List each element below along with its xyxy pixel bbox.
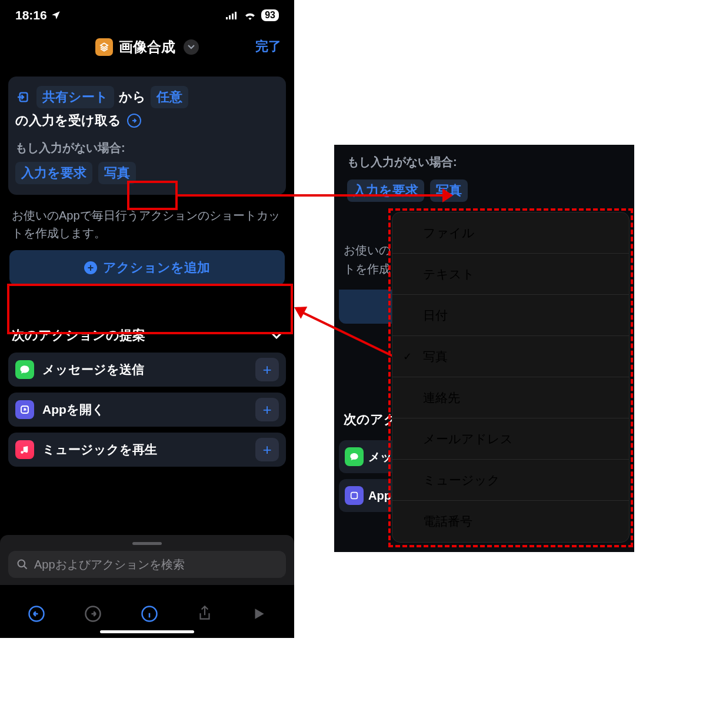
location-icon: [51, 10, 61, 21]
bottom-toolbar: [0, 605, 294, 623]
label-from: から: [119, 88, 146, 106]
bg-suggest-header: 次のアク: [344, 410, 397, 429]
bg-app-label: App: [368, 489, 391, 503]
fallback-label: もし入力がない場合:: [15, 140, 279, 156]
cellular-icon: [226, 11, 239, 19]
svg-line-11: [297, 310, 399, 359]
svg-rect-10: [351, 493, 358, 499]
hint-text: お使いのAppで毎日行うアクションのショートカットを作成します。: [12, 207, 282, 242]
wifi-icon: [244, 11, 257, 20]
type-dropdown-menu: ファイル テキスト 日付 ✓写真 連絡先 メールアドレス ミュージック 電話番号: [392, 212, 630, 543]
suggestion-label: メッセージを送信: [42, 361, 255, 378]
photo-token[interactable]: 写真: [98, 162, 136, 184]
phone-screen: 18:16 93 画像合成 完了: [0, 0, 294, 638]
suggestion-add-button[interactable]: +: [255, 438, 279, 461]
status-bar: 18:16 93: [0, 0, 294, 22]
search-icon: [16, 559, 28, 570]
search-input[interactable]: Appおよびアクションを検索: [8, 551, 286, 578]
svg-rect-0: [226, 17, 228, 19]
menu-item-phone[interactable]: 電話番号: [392, 501, 629, 542]
annotation-arrow: [178, 194, 442, 197]
status-time: 18:16: [15, 8, 47, 22]
suggestions-header[interactable]: 次のアクションの提案: [12, 327, 282, 344]
input-arrow-icon: [18, 91, 31, 104]
annotation-arrowhead: [442, 188, 453, 202]
svg-rect-3: [235, 12, 237, 19]
shortcut-app-icon: [95, 38, 113, 56]
nav-bar: 画像合成 完了: [0, 22, 294, 65]
svg-marker-12: [292, 305, 307, 320]
suggestion-row[interactable]: ミュージックを再生 +: [8, 433, 286, 467]
suggestion-label: Appを開く: [42, 401, 255, 418]
menu-item-date[interactable]: 日付: [392, 295, 629, 336]
info-button[interactable]: [141, 605, 158, 623]
messages-app-icon: [345, 447, 364, 466]
fallback-label: もし入力がない場合:: [347, 154, 634, 170]
add-action-button[interactable]: + アクションを追加: [9, 250, 285, 285]
any-token[interactable]: 任意: [151, 86, 188, 108]
svg-rect-2: [232, 14, 234, 19]
suggestions-title: 次のアクションの提案: [12, 327, 145, 344]
plus-circle-icon: +: [84, 261, 97, 274]
request-input-token[interactable]: 入力を要求: [347, 179, 424, 202]
music-app-icon: [15, 440, 34, 459]
done-button[interactable]: 完了: [255, 38, 281, 55]
bg-msg-label: メッ: [368, 449, 392, 465]
search-sheet[interactable]: Appおよびアクションを検索: [0, 535, 294, 585]
bg-app-row: App: [339, 479, 393, 512]
suggestion-add-button[interactable]: +: [255, 398, 279, 421]
bg-msg-row: メッ: [339, 440, 393, 473]
home-indicator[interactable]: [100, 630, 194, 633]
page-title: 画像合成: [119, 38, 175, 56]
undo-button[interactable]: [28, 605, 45, 623]
battery-icon: 93: [261, 9, 279, 21]
bg-hint-line1: お使いの: [344, 241, 391, 259]
open-app-icon: [345, 486, 364, 505]
menu-item-text[interactable]: テキスト: [392, 254, 629, 295]
suggestion-add-button[interactable]: +: [255, 358, 279, 381]
redo-button[interactable]: [84, 605, 102, 623]
request-input-token[interactable]: 入力を要求: [15, 162, 92, 184]
suggestion-row[interactable]: Appを開く +: [8, 393, 286, 427]
input-card: 共有シート から 任意 の入力を受け取る もし入力がない場合: 入力を要求 写真: [8, 77, 286, 195]
open-app-icon: [15, 400, 34, 419]
menu-item-photo[interactable]: ✓写真: [392, 336, 629, 377]
add-action-label: アクションを追加: [103, 259, 210, 277]
receive-input-label: の入力を受け取る: [15, 112, 121, 129]
suggestion-label: ミュージックを再生: [42, 441, 255, 458]
svg-rect-1: [229, 15, 231, 19]
messages-app-icon: [15, 360, 34, 379]
info-icon[interactable]: [127, 114, 141, 128]
menu-item-email[interactable]: メールアドレス: [392, 418, 629, 460]
annotation-arrow: [293, 306, 405, 365]
search-placeholder: Appおよびアクションを検索: [34, 557, 185, 573]
suggestion-row[interactable]: メッセージを送信 +: [8, 353, 286, 387]
svg-point-6: [18, 560, 25, 567]
menu-item-contact[interactable]: 連絡先: [392, 377, 629, 418]
menu-item-file[interactable]: ファイル: [392, 212, 629, 254]
play-button[interactable]: [251, 606, 267, 621]
title-chevron-down-icon[interactable]: [184, 39, 199, 55]
menu-item-music[interactable]: ミュージック: [392, 460, 629, 501]
share-sheet-token[interactable]: 共有シート: [36, 86, 114, 108]
share-button[interactable]: [197, 605, 212, 623]
drag-handle[interactable]: [132, 542, 162, 545]
check-icon: ✓: [403, 350, 412, 363]
chevron-down-icon: [271, 332, 282, 339]
bg-hint-line2: トを作成: [344, 260, 391, 278]
